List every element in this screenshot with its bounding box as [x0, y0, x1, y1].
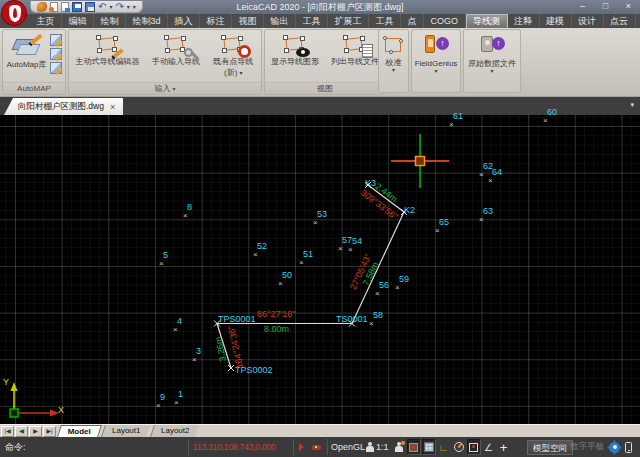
ribbon-group-automap: AutoMap库 AutoMAP [2, 29, 66, 95]
tab-express[interactable]: 扩展工 [328, 14, 369, 28]
next-tab-nav-icon[interactable]: ▶ [29, 426, 42, 437]
tab-dimension[interactable]: 标注 [200, 14, 232, 28]
last-tab-nav-icon[interactable]: ▶| [43, 426, 56, 437]
dropdown-arrow-icon: ▾ [490, 68, 493, 74]
station-label-k2: K2 [404, 206, 415, 215]
dropdown-arrow-icon: ▾ [434, 68, 437, 74]
polar-icon[interactable] [452, 439, 466, 455]
tab-tools[interactable]: 工具 [296, 14, 328, 28]
dynamic-input-icon[interactable] [312, 437, 321, 457]
tab-pointcloud[interactable]: 点云 [604, 14, 636, 28]
tablet-icon[interactable] [625, 437, 632, 457]
maximize-button[interactable]: □ [596, 0, 615, 13]
titlebar: ↶▾ ↷▾ ▾ LeicaCAD 2020 - [向阳村棚户区测图.dwg] –… [0, 0, 640, 14]
renderer-label: OpenGL [331, 437, 365, 457]
model-space-button[interactable]: 模型空间 [527, 437, 573, 457]
document-tab[interactable]: 向阳村棚户区测图.dwg × [4, 98, 123, 115]
automap-layer-icon-3[interactable] [50, 62, 62, 74]
ucs-origin-box [10, 409, 18, 417]
document-close-icon[interactable]: × [110, 102, 115, 112]
ucs-y-label: Y [3, 377, 9, 387]
angle-icon[interactable]: ∠ [482, 439, 496, 455]
canvas-vectors [0, 115, 640, 424]
manual-input-traverse-button[interactable]: 手动输入导线 [146, 30, 205, 81]
app-logo-icon[interactable] [1, 0, 27, 26]
fieldgenius-button[interactable]: ↑ FieldGenius ▾ [412, 30, 460, 74]
tab-insert[interactable]: 插入 [168, 14, 200, 28]
layout-tab-layout2[interactable]: Layout2 [150, 425, 199, 437]
tab-modeling[interactable]: 建模 [540, 14, 572, 28]
leg-distance-label: 8.00m [264, 325, 289, 334]
existing-points-traverse-button[interactable]: 既有点导线 (新) ▾ [206, 30, 261, 81]
fieldgenius-device-icon: ↑ [423, 35, 449, 57]
group-dropdown-arrow-icon[interactable]: ▾ [173, 86, 176, 92]
first-tab-nav-icon[interactable]: |◀ [1, 426, 14, 437]
user-star-icon[interactable] [392, 439, 406, 455]
crosshair-icon[interactable]: + [497, 439, 511, 455]
ucs-x-label: X [58, 405, 64, 415]
user-icon[interactable] [366, 437, 374, 457]
group-label-view: 视图 [265, 82, 385, 94]
traverse-polyline [217, 185, 404, 368]
tab-animation[interactable]: 动画 [636, 14, 640, 28]
snap-icon[interactable] [407, 439, 421, 455]
layout-tab-bar: |◀ ◀ ▶ ▶| Model Layout1 Layout2 [0, 424, 640, 437]
raw-data-file-icon: ↑ [479, 35, 505, 57]
command-line[interactable]: 命令: [5, 437, 26, 457]
window-title: LeicaCAD 2020 - [向阳村棚户区测图.dwg] [0, 1, 640, 14]
automap-library-button[interactable]: AutoMap库 [6, 30, 46, 81]
station-label-ts0001: TS0001 [336, 315, 368, 324]
ribbon-tab-bar: 主页 编辑 绘制 绘制3d 插入 标注 视图 输出 工具 扩展工 工具 点 CO… [0, 14, 640, 28]
tab-draw[interactable]: 绘制 [94, 14, 126, 28]
tab-annotate[interactable]: 注释 [508, 14, 540, 28]
list-traverse-file-button[interactable]: 列出导线文件 [325, 30, 385, 81]
gear-icon[interactable] [609, 437, 620, 457]
tab-overflow-icon[interactable]: ▾ [630, 101, 634, 109]
tab-view[interactable]: 视图 [232, 14, 264, 28]
osnap-icon[interactable] [467, 439, 481, 455]
automap-layers-icon [12, 36, 42, 58]
coordinates-readout[interactable]: 113.310,108.743,0.000 [193, 437, 276, 457]
tab-points[interactable]: 点 [401, 14, 424, 28]
leg-angle-label: 86°27'18" [257, 310, 296, 319]
calibrate-panel: 校准 ▾ [378, 29, 409, 93]
dropdown-arrow-icon: ▾ [240, 70, 243, 76]
annotation-scale[interactable]: 1:1 [376, 437, 389, 457]
calibrate-button[interactable]: 校准 ▾ [379, 30, 408, 73]
active-traverse-editor-button[interactable]: 主动式导线编辑器 [69, 30, 146, 81]
tab-edit[interactable]: 编辑 [62, 14, 94, 28]
traverse-edit-icon [96, 35, 120, 55]
automap-layer-icon-1[interactable] [50, 34, 62, 46]
digitizer-button[interactable]: 数字平板 [570, 437, 604, 457]
automap-small-buttons[interactable] [50, 30, 62, 81]
station-label-tps0001: TPS0001 [218, 315, 256, 324]
drawing-canvas[interactable]: ×8 ×53 ×52 ×51 ×5 ×50 ×61 ×62 ×64 ×63 ×6… [0, 115, 640, 424]
layout-tab-model[interactable]: Model [57, 425, 102, 437]
automap-layer-icon-2[interactable] [50, 48, 62, 60]
prev-tab-nav-icon[interactable]: ◀ [15, 426, 28, 437]
ribbon-group-input: 主动式导线编辑器 手动输入导线 既有点导线 (新) ▾ 输入 ▾ [68, 29, 262, 95]
minimize-button[interactable]: – [573, 0, 592, 13]
sync-arrow-icon: ↑ [492, 37, 505, 50]
ortho-icon[interactable]: ∟ [437, 439, 451, 455]
tab-design[interactable]: 设计 [572, 14, 604, 28]
layout-tab-layout1[interactable]: Layout1 [101, 425, 150, 437]
tab-cogo[interactable]: COGO [424, 14, 466, 28]
raw-data-file-button[interactable]: ↑ 原始数据文件 ▾ [464, 30, 520, 74]
document-tab-bar: 向阳村棚户区测图.dwg × ▾ [0, 97, 640, 115]
sync-arrow-icon: ↑ [436, 37, 449, 50]
traverse-existing-points-icon [221, 35, 245, 55]
grid-icon[interactable] [422, 439, 436, 455]
tab-traverse-active[interactable]: 导线测 [466, 14, 508, 28]
leicacad-window: ↶▾ ↷▾ ▾ LeicaCAD 2020 - [向阳村棚户区测图.dwg] –… [0, 0, 640, 457]
close-button[interactable]: × [619, 0, 638, 13]
snap-tracking-icon[interactable] [299, 437, 304, 457]
tab-tools2[interactable]: 工具 [369, 14, 401, 28]
show-traverse-graphics-button[interactable]: 显示导线图形 [265, 30, 325, 81]
fieldgenius-panel: ↑ FieldGenius ▾ [411, 29, 461, 93]
tab-home[interactable]: 主页 [30, 14, 62, 28]
tab-output[interactable]: 输出 [264, 14, 296, 28]
group-label-automap: AutoMAP [3, 82, 65, 94]
tab-draw3d[interactable]: 绘制3d [126, 14, 168, 28]
traverse-eye-icon [283, 35, 307, 55]
